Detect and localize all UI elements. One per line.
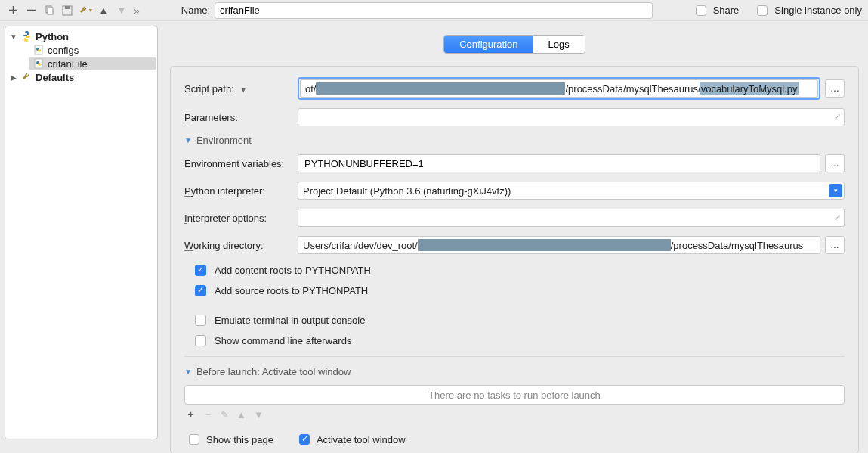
move-up-icon[interactable]: ▲ [236, 409, 246, 420]
save-icon[interactable] [60, 4, 74, 17]
share-checkbox-input[interactable] [696, 5, 706, 16]
before-launch-header[interactable]: ▼ Before launch: Activate tool window [184, 366, 845, 377]
show-this-page-input[interactable] [189, 434, 199, 445]
activate-tool-window-input[interactable] [299, 434, 310, 445]
parameters-label: Parameters: [184, 112, 298, 123]
tree-label: crifanFile [48, 58, 88, 70]
chevron-down-icon[interactable]: ▼ [240, 86, 247, 94]
redacted-segment [418, 239, 671, 251]
python-interpreter-label: Python interpreter: [184, 185, 298, 197]
configuration-panel: Script path:▼ ot//processData/mysqlThesa… [170, 66, 859, 453]
right-pane: Configuration Logs Script path:▼ ot//pro… [158, 21, 868, 444]
browse-button[interactable]: … [825, 236, 845, 254]
expand-icon[interactable]: ⤢ [834, 213, 841, 222]
tree-node-defaults[interactable]: ▶ Defaults [7, 70, 156, 84]
script-path-input[interactable]: ot//processData/mysqlThesaurus/vocabular… [300, 79, 818, 98]
checkbox-label: Emulate terminal in output console [215, 315, 365, 326]
add-icon[interactable] [6, 4, 20, 17]
copy-icon[interactable] [42, 4, 56, 17]
expand-icon[interactable]: ⤢ [834, 112, 841, 122]
disclosure-icon[interactable]: ▼ [184, 368, 192, 376]
disclosure-icon[interactable]: ▼ [184, 136, 192, 144]
share-checkbox[interactable]: Share [693, 3, 740, 18]
path-segment: /processData/mysqlThesaurus [671, 240, 804, 251]
main-area: ▼ Python configs crifanFile ▶ Defaults C… [0, 21, 868, 444]
path-segment: ot/ [305, 83, 316, 95]
edit-icon[interactable]: ✎ [221, 409, 229, 420]
env-vars-input[interactable] [298, 154, 820, 172]
path-segment: Users/crifan/dev/dev_root/ [303, 240, 418, 251]
before-launch-list: There are no tasks to run before launch [184, 385, 845, 405]
tree-node-python[interactable]: ▼ Python [7, 29, 156, 43]
expander-icon[interactable]: ▶ [10, 73, 17, 82]
tree-node-crifanfile[interactable]: crifanFile [29, 57, 156, 70]
browse-button[interactable]: … [825, 79, 845, 98]
python-interpreter-select[interactable]: Project Default (Python 3.6 (naturling-g… [298, 182, 845, 200]
interpreter-options-input[interactable]: ⤢ [298, 209, 845, 227]
config-tree: ▼ Python configs crifanFile ▶ Defaults [5, 26, 158, 439]
move-down-icon[interactable]: ▼ [254, 409, 264, 420]
browse-button[interactable]: … [825, 154, 845, 172]
env-vars-label: Environment variables: [184, 158, 298, 169]
source-roots-checkbox[interactable] [195, 285, 206, 296]
python-file-icon [32, 44, 45, 56]
redacted-segment [316, 82, 565, 95]
expander-icon[interactable]: ▼ [10, 33, 17, 41]
checkbox-label: Activate tool window [317, 434, 406, 445]
share-label: Share [713, 5, 740, 16]
move-up-icon[interactable]: ▲ [97, 4, 110, 17]
name-input[interactable] [215, 2, 653, 19]
tree-node-configs[interactable]: configs [29, 43, 156, 57]
svg-point-9 [38, 63, 41, 66]
select-value: Project Default (Python 3.6 (naturling-g… [303, 185, 511, 197]
chevron-updown-icon[interactable]: ▾ [829, 184, 842, 197]
svg-rect-1 [48, 8, 53, 14]
path-segment: /processData/mysqlThesaurus/ [565, 83, 700, 95]
show-this-page-checkbox[interactable]: Show this page [186, 432, 273, 447]
python-file-icon [32, 57, 45, 70]
tab-bar: Configuration Logs [170, 35, 859, 54]
environment-section-header[interactable]: ▼ Environment [184, 135, 845, 146]
path-segment-selected: vocabularyToMysql.py [700, 82, 799, 95]
svg-rect-3 [65, 6, 70, 9]
emulate-terminal-checkbox[interactable] [195, 315, 206, 326]
name-label: Name: [181, 5, 210, 16]
single-instance-checkbox[interactable]: Single instance only [754, 3, 862, 18]
before-launch-toolbar: ＋ － ✎ ▲ ▼ [184, 406, 845, 423]
content-roots-checkbox[interactable] [195, 265, 206, 276]
add-icon[interactable]: ＋ [186, 408, 196, 421]
tree-label: Defaults [36, 72, 74, 83]
wrench-icon[interactable]: ▾ [79, 4, 92, 17]
tree-label: configs [48, 45, 79, 56]
checkbox-label: Add content roots to PYTHONPATH [215, 265, 371, 276]
single-instance-label: Single instance only [774, 5, 862, 16]
move-down-icon[interactable]: ▼ [115, 4, 128, 17]
show-cmdline-checkbox[interactable] [195, 335, 206, 346]
checkbox-label: Add source roots to PYTHONPATH [215, 285, 368, 296]
checkbox-label: Show this page [206, 434, 273, 445]
svg-point-6 [38, 49, 41, 52]
tab-logs[interactable]: Logs [533, 36, 585, 53]
interpreter-options-label: Interpreter options: [184, 213, 298, 224]
section-title: Before launch: Activate tool window [196, 366, 351, 377]
working-dir-label: Working directory: [184, 240, 298, 251]
tree-label: Python [36, 31, 69, 42]
single-instance-checkbox-input[interactable] [757, 5, 768, 16]
wrench-icon [20, 71, 32, 83]
remove-icon[interactable] [24, 4, 38, 17]
working-dir-input[interactable]: Users/crifan/dev/dev_root//processData/m… [298, 236, 820, 254]
checkbox-label: Show command line afterwards [215, 335, 351, 346]
script-path-label: Script path:▼ [184, 83, 298, 95]
tab-configuration[interactable]: Configuration [444, 36, 533, 53]
top-toolbar: ▾ ▲ ▼ » Name: Share Single instance only [0, 0, 868, 21]
python-icon [20, 30, 32, 42]
remove-icon[interactable]: － [203, 408, 213, 421]
activate-tool-window-checkbox[interactable]: Activate tool window [296, 432, 406, 447]
section-title: Environment [196, 135, 252, 146]
parameters-input[interactable]: ⤢ [298, 108, 845, 126]
toolbar-overflow-icon[interactable]: » [134, 5, 140, 17]
